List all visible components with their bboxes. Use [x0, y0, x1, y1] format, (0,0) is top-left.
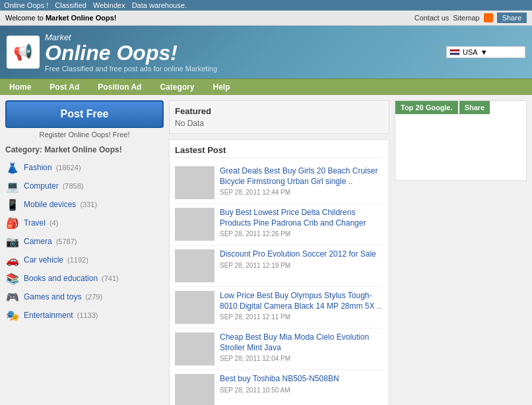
sidebar-item-mobile[interactable]: 📱 Mobile devices (331) — [5, 195, 164, 214]
post-date-post4: SEP 28, 2011 12:11 PM — [220, 313, 383, 321]
main-layout: Post Free Register Online Oops! Free! Ca… — [0, 95, 532, 405]
top-bar: Online Oops ! Classified Webindex Data w… — [0, 0, 532, 11]
logo-icon: 📢 — [7, 36, 40, 69]
cat-icon-fashion: 👗 — [5, 160, 20, 175]
cat-name-books[interactable]: Books and education — [24, 274, 98, 283]
nav-home[interactable]: Home — [0, 79, 40, 95]
cat-icon-travel: 🎒 — [5, 216, 20, 230]
contact-us-link[interactable]: Contact us — [415, 14, 449, 22]
cat-name-fashion[interactable]: Fashion — [24, 163, 52, 172]
cat-count-computer: (7858) — [63, 182, 84, 190]
content-area: Featured No Data Lastest Post Great Deal… — [169, 100, 389, 405]
cat-name-computer[interactable]: Computer — [24, 181, 59, 191]
post-thumb-post3 — [175, 249, 215, 282]
cat-count-camera: (5787) — [56, 237, 77, 245]
cat-count-games: (279) — [85, 293, 102, 301]
post-title-post3[interactable]: Discount Pro Evolution Soccer 2012 for S… — [220, 249, 376, 259]
cat-icon-car: 🚗 — [5, 253, 20, 267]
cat-name-entertainment[interactable]: Entertainment — [24, 311, 73, 320]
logo-area: 📢 Market Online Oops! Free Classified an… — [7, 32, 217, 73]
cat-count-entertainment: (1133) — [77, 311, 98, 319]
cat-icon-camera: 📷 — [5, 234, 20, 249]
post-title-post4[interactable]: Low Price Best Buy Olympus Stylus Tough-… — [220, 291, 382, 311]
cat-count-travel: (4) — [50, 219, 58, 227]
welcome-bar: Welcome to Market Online Oops! Contact u… — [0, 11, 532, 26]
sidebar-item-car[interactable]: 🚗 Car vehicle (1192) — [5, 251, 164, 269]
nav: Home Post Ad Position Ad Category Help — [0, 78, 532, 95]
dropdown-arrow-icon: ▼ — [481, 48, 488, 56]
sidebar: Post Free Register Online Oops! Free! Ca… — [5, 100, 164, 405]
welcome-brand: Market Online Oops! — [46, 14, 117, 22]
header: 📢 Market Online Oops! Free Classified an… — [0, 26, 532, 78]
right-panel: Top 20 Google. Share — [395, 100, 527, 405]
post-info-post5: Cheap Best Buy Mia Moda Cielo Evolution … — [220, 332, 383, 365]
category-heading: Category: Market Online Oops! — [5, 145, 164, 154]
nav-help[interactable]: Help — [203, 79, 239, 95]
sidebar-item-books[interactable]: 📚 Books and education (741) — [5, 269, 164, 288]
country-selector[interactable]: USA ▼ — [446, 46, 525, 58]
featured-title: Featured — [175, 106, 383, 116]
post-item-post3: Discount Pro Evolution Soccer 2012 for S… — [175, 245, 383, 287]
post-item-post6: Best buy Toshiba NB505-N508BN SEP 28, 20… — [175, 370, 383, 405]
rss-icon[interactable] — [484, 13, 493, 22]
sidebar-item-entertainment[interactable]: 🎭 Entertainment (1133) — [5, 306, 164, 325]
logo-tagline: Free Classified and free post ads for on… — [45, 65, 217, 73]
nav-position-ad[interactable]: Position Ad — [88, 79, 150, 95]
post-thumb-post1 — [175, 166, 215, 199]
cat-name-camera[interactable]: Camera — [24, 237, 52, 246]
welcome-right: Contact us Sitemap Share — [415, 13, 527, 23]
welcome-text: Welcome to Market Online Oops! — [5, 14, 117, 22]
sidebar-item-camera[interactable]: 📷 Camera (5787) — [5, 232, 164, 251]
posts-list: Great Deals Best Buy Girls 20 Beach Crui… — [175, 162, 383, 405]
post-item-post4: Low Price Best Buy Olympus Stylus Tough-… — [175, 287, 383, 328]
post-info-post6: Best buy Toshiba NB505-N508BN SEP 28, 20… — [220, 374, 383, 405]
topbar-link-oops[interactable]: Online Oops ! — [4, 1, 48, 9]
post-title-post2[interactable]: Buy Best Lowest Price Delta Childrens Pr… — [220, 208, 366, 228]
top20-content — [395, 114, 526, 180]
top20-button[interactable]: Top 20 Google. — [395, 101, 458, 114]
logo-text: Market Online Oops! Free Classified and … — [45, 32, 217, 73]
country-label: USA — [463, 48, 478, 56]
post-thumb-post4 — [175, 291, 215, 324]
post-title-post1[interactable]: Great Deals Best Buy Girls 20 Beach Crui… — [220, 166, 378, 186]
nav-category[interactable]: Category — [150, 79, 203, 95]
post-info-post1: Great Deals Best Buy Girls 20 Beach Crui… — [220, 166, 383, 199]
post-free-button[interactable]: Post Free — [5, 100, 164, 128]
sidebar-item-computer[interactable]: 💻 Computer (7858) — [5, 177, 164, 195]
post-date-post5: SEP 28, 2011 12:04 PM — [220, 355, 383, 362]
sidebar-item-games[interactable]: 🎮 Games and toys (279) — [5, 288, 164, 306]
post-item-post1: Great Deals Best Buy Girls 20 Beach Crui… — [175, 162, 383, 204]
sidebar-item-travel[interactable]: 🎒 Travel (4) — [5, 214, 164, 232]
topbar-link-classified[interactable]: Classified — [55, 1, 86, 9]
cat-icon-computer: 💻 — [5, 179, 20, 193]
cat-count-fashion: (18624) — [56, 164, 81, 171]
nav-post-ad[interactable]: Post Ad — [40, 79, 88, 95]
cat-icon-mobile: 📱 — [5, 197, 20, 212]
header-right: USA ▼ — [446, 46, 525, 58]
cat-icon-books: 📚 — [5, 271, 20, 286]
top20-header: Top 20 Google. Share — [395, 101, 526, 114]
post-thumb-post5 — [175, 332, 215, 365]
post-thumb-post6 — [175, 374, 215, 405]
sidebar-item-fashion[interactable]: 👗 Fashion (18624) — [5, 158, 164, 177]
cat-name-mobile[interactable]: Mobile devices — [24, 200, 76, 209]
cat-count-books: (741) — [102, 274, 119, 282]
sitemap-link[interactable]: Sitemap — [453, 14, 479, 22]
post-item-post2: Buy Best Lowest Price Delta Childrens Pr… — [175, 204, 383, 245]
cat-name-games[interactable]: Games and toys — [24, 292, 81, 301]
cat-name-car[interactable]: Car vehicle — [24, 255, 63, 265]
post-date-post2: SEP 28, 2011 12:26 PM — [220, 230, 383, 237]
top20-box: Top 20 Google. Share — [395, 100, 527, 181]
topbar-link-datawarehouse[interactable]: Data warehouse. — [132, 1, 187, 9]
share2-button[interactable]: Share — [459, 101, 490, 114]
post-title-post5[interactable]: Cheap Best Buy Mia Moda Cielo Evolution … — [220, 332, 369, 352]
post-title-post6[interactable]: Best buy Toshiba NB505-N508BN — [220, 374, 339, 383]
post-info-post3: Discount Pro Evolution Soccer 2012 for S… — [220, 249, 383, 282]
register-link[interactable]: Register Online Oops! Free! — [5, 131, 164, 139]
post-date-post1: SEP 28, 2011 12:44 PM — [220, 189, 383, 196]
share-button[interactable]: Share — [497, 13, 527, 23]
post-date-post6: SEP 28, 2011 10:50 AM — [220, 387, 383, 394]
flag-icon — [449, 49, 460, 55]
cat-name-travel[interactable]: Travel — [24, 218, 46, 228]
topbar-link-webindex[interactable]: Webindex — [93, 1, 125, 9]
